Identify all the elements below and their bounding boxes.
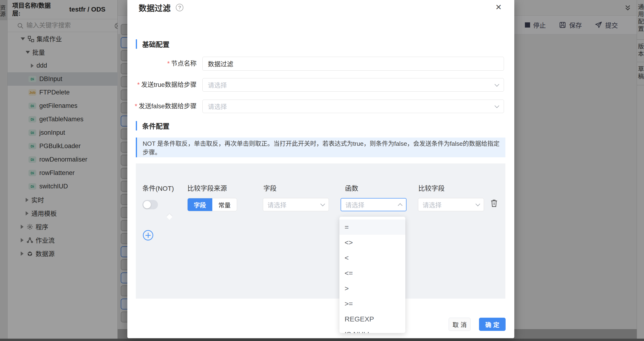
app-screen: 资源 项目名称/数据层: testfr / ODS 集成作业 — [0, 0, 644, 341]
chevron-down-icon — [494, 82, 499, 87]
source-field-option[interactable]: 字段 — [188, 198, 212, 211]
send-false-select[interactable]: 请选择 — [202, 100, 504, 113]
node-name-input[interactable] — [202, 57, 504, 71]
toggle-knob — [143, 201, 151, 208]
send-true-label: *发送true数据给步骤 — [127, 78, 196, 92]
trash-icon[interactable] — [490, 199, 498, 208]
col-field-label: 字段 — [264, 183, 276, 193]
select-placeholder: 请选择 — [345, 200, 398, 209]
section-title: 条件配置 — [142, 121, 170, 131]
select-placeholder: 请选择 — [422, 200, 476, 209]
select-placeholder: 请选择 — [208, 80, 495, 90]
function-dropdown: = <> < <= > >= REGEXP IS NULL — [340, 217, 405, 333]
node-name-label: *节点名称 — [127, 57, 196, 71]
select-placeholder: 请选择 — [208, 102, 495, 111]
col-source-label: 比较字段来源 — [187, 183, 227, 193]
close-icon[interactable]: ✕ — [493, 2, 504, 12]
section-title: 基础配置 — [142, 39, 170, 49]
help-icon[interactable]: ? — [176, 4, 183, 11]
cancel-button[interactable]: 取消 — [449, 318, 470, 331]
section-basic-config: 基础配置 — [136, 39, 170, 49]
condition-panel: 条件(NOT) 比较字段来源 字段 函数 比较字段 字段 常量 请选择 请选择 … — [136, 163, 505, 299]
dropdown-option-gt[interactable]: > — [340, 281, 405, 296]
dropdown-option-neq[interactable]: <> — [340, 235, 405, 250]
col-not-label: 条件(NOT) — [142, 183, 174, 193]
modal-title: 数据过滤 — [139, 2, 171, 14]
dropdown-option-lte[interactable]: <= — [340, 265, 405, 281]
send-true-select[interactable]: 请选择 — [202, 78, 504, 92]
chevron-down-icon — [320, 202, 325, 206]
ok-button[interactable]: 确定 — [479, 318, 506, 331]
dropdown-option-gte[interactable]: >= — [340, 296, 405, 311]
select-placeholder: 请选择 — [268, 200, 321, 209]
function-select[interactable]: 请选择 — [340, 198, 406, 211]
field-select[interactable]: 请选择 — [263, 198, 329, 211]
chevron-down-icon — [476, 202, 480, 206]
col-compare-label: 比较字段 — [418, 183, 445, 193]
dropdown-option-eq[interactable]: = — [340, 219, 405, 235]
chevron-up-icon — [398, 203, 402, 208]
section-accent-bar — [136, 39, 137, 49]
not-toggle[interactable] — [142, 200, 158, 209]
source-const-option[interactable]: 常量 — [212, 198, 237, 211]
dropdown-option-isnull[interactable]: IS NULL — [340, 327, 405, 333]
source-segmented-control: 字段 常量 — [187, 198, 237, 211]
col-func-label: 函数 — [345, 183, 358, 193]
required-mark: * — [167, 60, 170, 67]
send-false-label: *发送false数据给步骤 — [127, 100, 196, 113]
section-condition-config: 条件配置 — [136, 121, 170, 131]
data-filter-modal: 数据过滤 ? ✕ 基础配置 *节点名称 *发送true数据给步骤 请选择 *发送… — [127, 0, 514, 338]
dropdown-option-lt[interactable]: < — [340, 250, 405, 265]
required-mark: * — [135, 103, 137, 110]
chevron-down-icon — [494, 103, 499, 108]
compare-field-select[interactable]: 请选择 — [418, 198, 484, 211]
section-accent-bar — [136, 121, 137, 130]
add-condition-button[interactable] — [143, 230, 153, 240]
required-mark: * — [137, 81, 140, 88]
dropdown-option-regexp[interactable]: REGEXP — [340, 311, 405, 327]
not-help-banner: NOT 是条件取反，单击取反，再次单击则取正。当打开此开关时，若表达式为true… — [136, 138, 505, 157]
